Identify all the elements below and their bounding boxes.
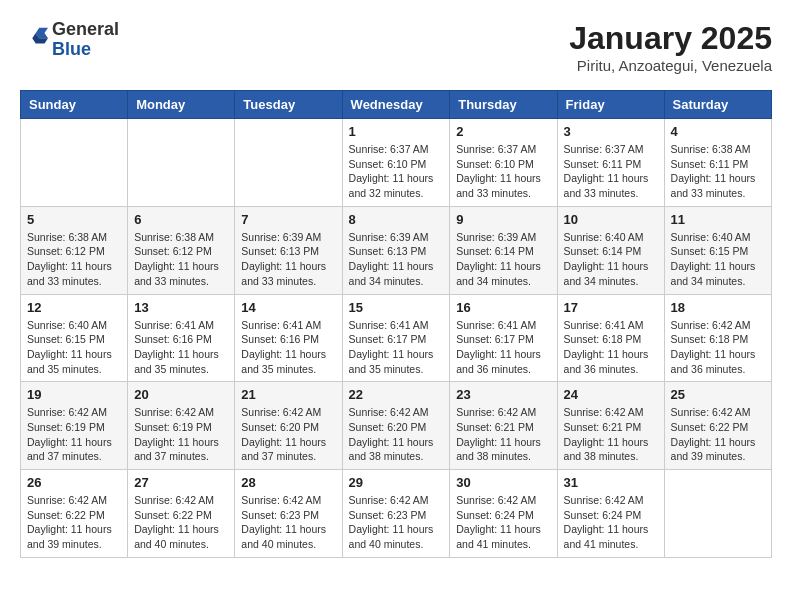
- logo-blue-text: Blue: [52, 40, 119, 60]
- day-info: Sunrise: 6:42 AM Sunset: 6:22 PM Dayligh…: [134, 493, 228, 552]
- day-number: 8: [349, 212, 444, 227]
- day-info: Sunrise: 6:42 AM Sunset: 6:22 PM Dayligh…: [27, 493, 121, 552]
- calendar-week-row: 5Sunrise: 6:38 AM Sunset: 6:12 PM Daylig…: [21, 206, 772, 294]
- day-info: Sunrise: 6:42 AM Sunset: 6:19 PM Dayligh…: [134, 405, 228, 464]
- day-number: 3: [564, 124, 658, 139]
- weekday-header: Thursday: [450, 91, 557, 119]
- day-number: 30: [456, 475, 550, 490]
- calendar-cell: 18Sunrise: 6:42 AM Sunset: 6:18 PM Dayli…: [664, 294, 771, 382]
- calendar-cell: 28Sunrise: 6:42 AM Sunset: 6:23 PM Dayli…: [235, 470, 342, 558]
- weekday-header: Friday: [557, 91, 664, 119]
- calendar-cell: [21, 119, 128, 207]
- calendar-cell: 14Sunrise: 6:41 AM Sunset: 6:16 PM Dayli…: [235, 294, 342, 382]
- calendar-cell: 16Sunrise: 6:41 AM Sunset: 6:17 PM Dayli…: [450, 294, 557, 382]
- calendar-cell: 31Sunrise: 6:42 AM Sunset: 6:24 PM Dayli…: [557, 470, 664, 558]
- calendar-cell: 4Sunrise: 6:38 AM Sunset: 6:11 PM Daylig…: [664, 119, 771, 207]
- title-block: January 2025 Piritu, Anzoategui, Venezue…: [569, 20, 772, 74]
- calendar-cell: 11Sunrise: 6:40 AM Sunset: 6:15 PM Dayli…: [664, 206, 771, 294]
- weekday-header: Sunday: [21, 91, 128, 119]
- day-info: Sunrise: 6:42 AM Sunset: 6:21 PM Dayligh…: [564, 405, 658, 464]
- day-info: Sunrise: 6:42 AM Sunset: 6:24 PM Dayligh…: [456, 493, 550, 552]
- calendar-cell: 17Sunrise: 6:41 AM Sunset: 6:18 PM Dayli…: [557, 294, 664, 382]
- day-info: Sunrise: 6:38 AM Sunset: 6:12 PM Dayligh…: [27, 230, 121, 289]
- day-info: Sunrise: 6:41 AM Sunset: 6:17 PM Dayligh…: [349, 318, 444, 377]
- calendar-cell: 19Sunrise: 6:42 AM Sunset: 6:19 PM Dayli…: [21, 382, 128, 470]
- logo-general-text: General: [52, 20, 119, 40]
- calendar-cell: 8Sunrise: 6:39 AM Sunset: 6:13 PM Daylig…: [342, 206, 450, 294]
- day-number: 7: [241, 212, 335, 227]
- page-title: January 2025: [569, 20, 772, 57]
- calendar-cell: 26Sunrise: 6:42 AM Sunset: 6:22 PM Dayli…: [21, 470, 128, 558]
- day-info: Sunrise: 6:42 AM Sunset: 6:21 PM Dayligh…: [456, 405, 550, 464]
- calendar-cell: 1Sunrise: 6:37 AM Sunset: 6:10 PM Daylig…: [342, 119, 450, 207]
- day-info: Sunrise: 6:38 AM Sunset: 6:12 PM Dayligh…: [134, 230, 228, 289]
- day-number: 31: [564, 475, 658, 490]
- calendar-cell: 2Sunrise: 6:37 AM Sunset: 6:10 PM Daylig…: [450, 119, 557, 207]
- day-info: Sunrise: 6:41 AM Sunset: 6:16 PM Dayligh…: [134, 318, 228, 377]
- logo-icon: [20, 26, 48, 54]
- day-number: 25: [671, 387, 765, 402]
- day-number: 28: [241, 475, 335, 490]
- calendar-cell: 21Sunrise: 6:42 AM Sunset: 6:20 PM Dayli…: [235, 382, 342, 470]
- day-number: 2: [456, 124, 550, 139]
- day-info: Sunrise: 6:42 AM Sunset: 6:22 PM Dayligh…: [671, 405, 765, 464]
- calendar-cell: 6Sunrise: 6:38 AM Sunset: 6:12 PM Daylig…: [128, 206, 235, 294]
- day-number: 29: [349, 475, 444, 490]
- calendar-week-row: 26Sunrise: 6:42 AM Sunset: 6:22 PM Dayli…: [21, 470, 772, 558]
- day-info: Sunrise: 6:42 AM Sunset: 6:18 PM Dayligh…: [671, 318, 765, 377]
- day-number: 12: [27, 300, 121, 315]
- calendar-week-row: 19Sunrise: 6:42 AM Sunset: 6:19 PM Dayli…: [21, 382, 772, 470]
- calendar-cell: 30Sunrise: 6:42 AM Sunset: 6:24 PM Dayli…: [450, 470, 557, 558]
- day-info: Sunrise: 6:40 AM Sunset: 6:15 PM Dayligh…: [27, 318, 121, 377]
- day-number: 23: [456, 387, 550, 402]
- day-number: 14: [241, 300, 335, 315]
- day-info: Sunrise: 6:41 AM Sunset: 6:17 PM Dayligh…: [456, 318, 550, 377]
- weekday-header: Saturday: [664, 91, 771, 119]
- day-info: Sunrise: 6:42 AM Sunset: 6:20 PM Dayligh…: [349, 405, 444, 464]
- day-number: 18: [671, 300, 765, 315]
- calendar-cell: [128, 119, 235, 207]
- day-info: Sunrise: 6:41 AM Sunset: 6:16 PM Dayligh…: [241, 318, 335, 377]
- weekday-header: Monday: [128, 91, 235, 119]
- calendar-cell: 12Sunrise: 6:40 AM Sunset: 6:15 PM Dayli…: [21, 294, 128, 382]
- calendar-week-row: 12Sunrise: 6:40 AM Sunset: 6:15 PM Dayli…: [21, 294, 772, 382]
- day-info: Sunrise: 6:42 AM Sunset: 6:24 PM Dayligh…: [564, 493, 658, 552]
- calendar-cell: 9Sunrise: 6:39 AM Sunset: 6:14 PM Daylig…: [450, 206, 557, 294]
- day-number: 10: [564, 212, 658, 227]
- calendar-cell: 29Sunrise: 6:42 AM Sunset: 6:23 PM Dayli…: [342, 470, 450, 558]
- calendar-cell: [664, 470, 771, 558]
- day-info: Sunrise: 6:39 AM Sunset: 6:13 PM Dayligh…: [241, 230, 335, 289]
- day-number: 26: [27, 475, 121, 490]
- calendar-cell: 23Sunrise: 6:42 AM Sunset: 6:21 PM Dayli…: [450, 382, 557, 470]
- calendar-cell: 22Sunrise: 6:42 AM Sunset: 6:20 PM Dayli…: [342, 382, 450, 470]
- day-info: Sunrise: 6:39 AM Sunset: 6:14 PM Dayligh…: [456, 230, 550, 289]
- day-info: Sunrise: 6:37 AM Sunset: 6:10 PM Dayligh…: [349, 142, 444, 201]
- day-info: Sunrise: 6:40 AM Sunset: 6:15 PM Dayligh…: [671, 230, 765, 289]
- page-subtitle: Piritu, Anzoategui, Venezuela: [569, 57, 772, 74]
- calendar-cell: 27Sunrise: 6:42 AM Sunset: 6:22 PM Dayli…: [128, 470, 235, 558]
- page-header: General Blue January 2025 Piritu, Anzoat…: [20, 20, 772, 74]
- day-number: 6: [134, 212, 228, 227]
- day-info: Sunrise: 6:41 AM Sunset: 6:18 PM Dayligh…: [564, 318, 658, 377]
- day-number: 1: [349, 124, 444, 139]
- day-info: Sunrise: 6:37 AM Sunset: 6:11 PM Dayligh…: [564, 142, 658, 201]
- calendar-cell: 13Sunrise: 6:41 AM Sunset: 6:16 PM Dayli…: [128, 294, 235, 382]
- day-number: 19: [27, 387, 121, 402]
- calendar-header-row: SundayMondayTuesdayWednesdayThursdayFrid…: [21, 91, 772, 119]
- day-info: Sunrise: 6:42 AM Sunset: 6:23 PM Dayligh…: [349, 493, 444, 552]
- logo: General Blue: [20, 20, 119, 60]
- day-info: Sunrise: 6:42 AM Sunset: 6:19 PM Dayligh…: [27, 405, 121, 464]
- weekday-header: Wednesday: [342, 91, 450, 119]
- day-number: 22: [349, 387, 444, 402]
- calendar-cell: 15Sunrise: 6:41 AM Sunset: 6:17 PM Dayli…: [342, 294, 450, 382]
- calendar-cell: 25Sunrise: 6:42 AM Sunset: 6:22 PM Dayli…: [664, 382, 771, 470]
- calendar-table: SundayMondayTuesdayWednesdayThursdayFrid…: [20, 90, 772, 558]
- day-number: 24: [564, 387, 658, 402]
- day-number: 17: [564, 300, 658, 315]
- calendar-cell: 5Sunrise: 6:38 AM Sunset: 6:12 PM Daylig…: [21, 206, 128, 294]
- calendar-cell: 10Sunrise: 6:40 AM Sunset: 6:14 PM Dayli…: [557, 206, 664, 294]
- day-info: Sunrise: 6:42 AM Sunset: 6:23 PM Dayligh…: [241, 493, 335, 552]
- day-number: 5: [27, 212, 121, 227]
- day-number: 11: [671, 212, 765, 227]
- day-number: 13: [134, 300, 228, 315]
